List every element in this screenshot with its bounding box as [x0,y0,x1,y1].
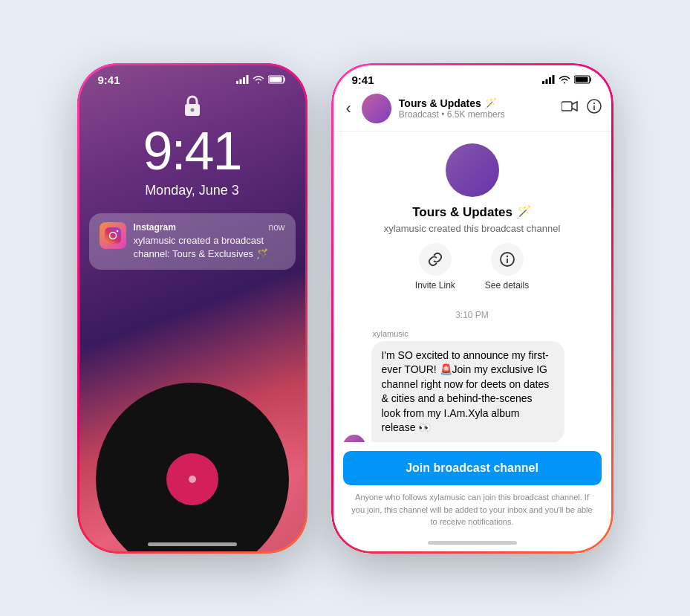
sender-name-text: xylamusic [373,329,564,338]
svg-rect-14 [549,77,551,84]
notification-app-name: Instagram [134,222,176,233]
lock-icon-area [77,94,307,117]
svg-point-7 [190,108,194,111]
vinyl-center [166,453,218,505]
see-details-action[interactable]: See details [485,243,529,291]
svg-rect-1 [239,80,241,85]
channel-avatar-img [446,143,499,197]
left-phone: 9:41 [77,63,307,554]
lock-icon [182,94,203,117]
svg-point-21 [593,103,595,104]
right-phone: 9:41 [331,63,613,554]
dm-header: ‹ Tours & Updates 🪄 Broadcast • 6.5K mem… [331,86,613,132]
svg-rect-18 [562,102,572,111]
header-actions [562,99,602,117]
dm-status-icons [542,75,593,84]
battery-icon [268,75,287,84]
svg-rect-3 [246,75,248,84]
svg-rect-17 [575,77,588,82]
svg-rect-0 [236,81,238,84]
home-indicator-right [331,533,613,554]
notification-header: Instagram now [134,222,285,233]
notification-content: Instagram now xylamusic created a broadc… [134,222,285,261]
see-details-label: See details [485,280,529,291]
back-button[interactable]: ‹ [343,96,354,121]
channel-name: Tours & Updates 🪄 [412,204,531,220]
svg-rect-15 [552,75,554,84]
text-message-row: xylamusic I'm SO excited to announce my … [343,329,602,443]
join-area: Join broadcast channel Anyone who follow… [331,442,613,533]
dm-screen: 9:41 [331,63,613,554]
dm-wifi-icon [559,75,570,84]
invite-link-action[interactable]: Invite Link [415,243,455,291]
vinyl-dot [189,476,196,483]
notification-time: now [268,222,284,233]
header-info: Tours & Updates 🪄 Broadcast • 6.5K membe… [399,97,554,120]
home-indicator-bar [428,541,517,545]
notification-card[interactable]: Instagram now xylamusic created a broadc… [89,213,296,270]
text-message-content: xylamusic I'm SO excited to announce my … [371,329,564,443]
header-avatar-img [362,94,391,123]
messages-area: 3:10 PM xylamusic I'm SO excited to anno… [331,301,613,443]
instagram-logo [103,226,123,245]
info-button[interactable] [587,99,602,117]
text-message-bubble: I'm SO excited to announce my first-ever… [371,341,564,443]
svg-rect-5 [269,77,281,82]
svg-rect-13 [545,80,547,85]
invite-link-label: Invite Link [415,280,455,291]
svg-rect-8 [105,227,121,244]
home-indicator [148,542,237,546]
dm-status-bar: 9:41 [331,63,613,86]
svg-rect-12 [542,81,544,84]
dm-signal-icon [542,75,555,84]
status-icons [236,75,287,84]
video-call-button[interactable] [562,99,578,117]
vinyl-record [96,383,289,554]
lock-status-bar: 9:41 [77,63,307,86]
wifi-icon [253,75,264,84]
see-details-icon [491,243,524,276]
dm-battery-icon [574,75,593,84]
lock-time-small: 9:41 [98,74,120,86]
lock-date: Monday, June 3 [77,183,307,198]
lock-screen: 9:41 [77,63,307,554]
channel-info: Tours & Updates 🪄 xylamusic created this… [331,132,613,301]
sender-avatar-text [343,435,365,442]
join-disclaimer: Anyone who follows xylamusic can join th… [343,491,602,528]
channel-actions: Invite Link See details [415,243,529,291]
message-timestamp: 3:10 PM [343,310,602,320]
dm-time: 9:41 [352,74,374,86]
channel-avatar-large [446,143,499,197]
signal-icon [236,75,249,84]
channel-created-by: xylamusic created this broadcast channel [384,223,561,234]
header-channel-sub: Broadcast • 6.5K members [399,109,554,120]
header-channel-name: Tours & Updates 🪄 [399,97,554,109]
svg-rect-2 [243,77,245,84]
invite-link-icon [419,243,452,276]
svg-point-24 [506,255,507,256]
header-avatar [362,94,391,123]
lock-time: 9:41 [77,120,307,181]
svg-point-10 [116,230,118,232]
instagram-icon [100,222,126,249]
notification-text: xylamusic created a broadcast channel: T… [134,234,285,261]
join-broadcast-button[interactable]: Join broadcast channel [343,451,602,485]
